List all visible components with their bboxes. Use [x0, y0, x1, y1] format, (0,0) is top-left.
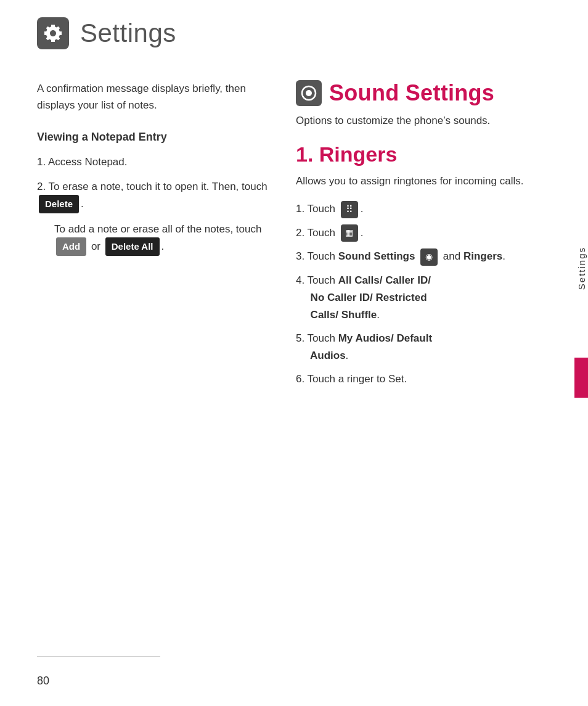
sidebar-label: Settings: [576, 247, 587, 290]
item-number: 2.: [37, 181, 49, 192]
item-text: 4. Touch All Calls/ Caller ID/ No Caller…: [296, 272, 431, 324]
main-content: A confirmation message displays briefly,…: [0, 62, 588, 406]
bold-text: Sound Settings: [338, 250, 415, 262]
left-column: A confirmation message displays briefly,…: [37, 74, 271, 394]
ringers-heading: 1. Ringers: [296, 142, 551, 166]
bold-text-ringers: Ringers: [463, 250, 502, 262]
section-heading: Viewing a Notepad Entry: [37, 131, 271, 144]
page-number: 80: [37, 675, 49, 688]
item-text: Access Notepad.: [48, 156, 128, 168]
calls-bold: All Calls/ Caller ID/ No Caller ID/ Rest…: [296, 274, 431, 321]
add-button-inline: Add: [56, 237, 86, 256]
intro-text: A confirmation message displays briefly,…: [37, 80, 271, 113]
right-column: Sound Settings Options to customize the …: [296, 74, 551, 394]
bottom-divider: [37, 656, 160, 657]
list-item: 2. To erase a note, touch it to open it.…: [37, 178, 271, 213]
list-item: 6. Touch a ringer to Set.: [296, 371, 551, 388]
sound-settings-subtitle: Options to customize the phone’s sounds.: [296, 112, 551, 129]
item-text: 6. Touch a ringer to Set.: [296, 371, 407, 388]
dots-icon: [341, 201, 358, 218]
item-text: 5. Touch My Audios/ Default Audios.: [296, 330, 432, 364]
list-item: 2. Touch .: [296, 224, 551, 242]
list-item: 3. Touch Sound Settings and Ringers.: [296, 248, 551, 266]
continuation-text: To add a note or erase all of the notes,…: [54, 223, 261, 252]
list-item: 5. Touch My Audios/ Default Audios.: [296, 330, 551, 364]
grid-icon: [341, 224, 358, 242]
sound-settings-header: Sound Settings: [296, 80, 551, 106]
item-text: 3. Touch Sound Settings and Ringers.: [296, 248, 505, 266]
page-header: Settings: [0, 0, 588, 62]
sidebar-accent-bar: [574, 358, 588, 398]
ringers-subtext: Allows you to assign ringtones for incom…: [296, 173, 551, 189]
item-text: 2. Touch .: [296, 224, 363, 242]
settings-icon: [37, 17, 69, 49]
list-item: 1. Access Notepad.: [37, 154, 271, 170]
svg-point-1: [306, 90, 312, 96]
list-item-continuation: To add a note or erase all of the notes,…: [37, 221, 271, 256]
item-number: 1.: [37, 156, 48, 168]
item-text: To erase a note, touch it to open it. Th…: [37, 181, 267, 210]
delete-button-inline: Delete: [39, 195, 79, 213]
sound-inline-icon: [420, 248, 438, 266]
sound-settings-icon: [296, 80, 322, 106]
list-item: 1. Touch .: [296, 200, 551, 218]
delete-all-button-inline: Delete All: [105, 237, 160, 256]
sound-settings-title: Sound Settings: [329, 80, 494, 106]
audios-bold: My Audios/ Default Audios: [296, 332, 432, 361]
page-title: Settings: [80, 18, 176, 48]
list-item: 4. Touch All Calls/ Caller ID/ No Caller…: [296, 272, 551, 324]
item-text: 1. Touch .: [296, 200, 363, 218]
